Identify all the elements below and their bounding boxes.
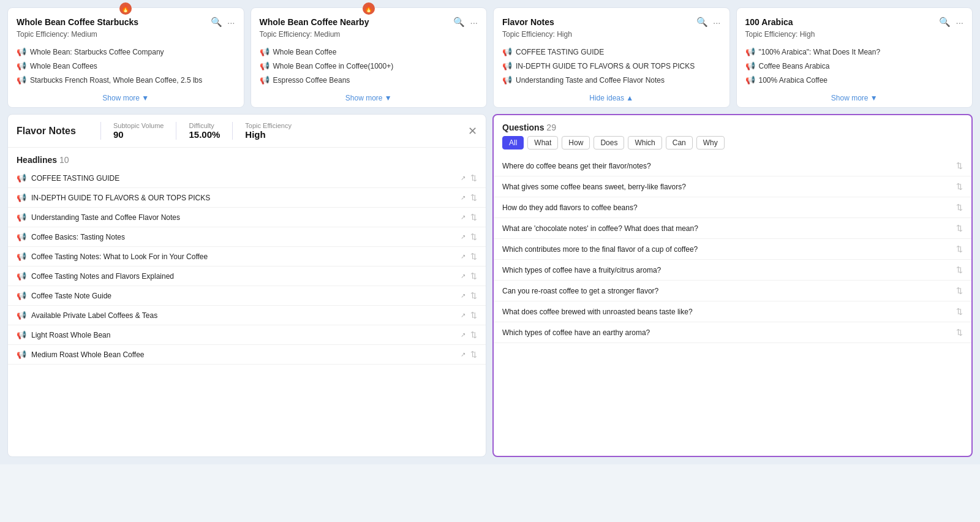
sort-icon[interactable]: ⇅ [956,286,963,295]
search-icon[interactable]: 🔍 [696,17,708,28]
sort-icon[interactable]: ⇅ [470,252,477,261]
filter-what-button[interactable]: What [527,136,558,149]
sort-icon[interactable]: ⇅ [956,328,963,337]
sort-icon[interactable]: ⇅ [956,161,963,170]
headline-text: Available Private Label Coffees & Teas [31,311,456,320]
filter-all-button[interactable]: All [502,136,524,149]
external-link-icon[interactable]: ↗ [461,253,466,260]
sort-icon[interactable]: ⇅ [470,350,477,359]
sort-icon[interactable]: ⇅ [470,173,477,183]
search-icon[interactable]: 🔍 [453,17,465,28]
question-text: What does coffee brewed with unroasted b… [502,308,951,316]
sort-icon[interactable]: ⇅ [470,232,477,241]
megaphone-icon: 📢 [17,213,26,222]
sort-icon[interactable]: ⇅ [956,265,963,274]
question-item[interactable]: Which types of coffee have a fruity/citr… [494,260,971,281]
headline-item[interactable]: 📢 Medium Roast Whole Bean Coffee ↗ ⇅ [8,345,486,365]
headline-item[interactable]: 📢 Coffee Taste Note Guide ↗ ⇅ [8,286,486,306]
filter-does-button[interactable]: Does [594,136,624,149]
external-link-icon[interactable]: ↗ [461,312,466,319]
external-link-icon[interactable]: ↗ [461,175,466,181]
headline-item[interactable]: 📢 Available Private Label Coffees & Teas… [8,306,486,325]
headline-item[interactable]: 📢 Understanding Taste and Coffee Flavor … [8,208,486,227]
bottom-section: Flavor Notes Subtopic Volume 90 Difficul… [0,108,980,464]
headline-item[interactable]: 📢 Coffee Basics: Tasting Notes ↗ ⇅ [8,227,486,247]
questions-panel: Questions 29 AllWhatHowDoesWhichCanWhy W… [492,114,973,457]
megaphone-icon: 📢 [260,75,270,85]
show-more-button[interactable]: Show more ▼ [831,94,878,102]
sort-icon[interactable]: ⇅ [956,307,963,316]
search-icon[interactable]: 🔍 [211,17,222,28]
card-item-text: 100% Arabica Coffee [759,76,828,85]
question-item[interactable]: What does coffee brewed with unroasted b… [494,301,971,322]
question-item[interactable]: Which types of coffee have an earthy aro… [494,322,971,343]
more-icon[interactable]: ··· [470,17,478,28]
headline-item[interactable]: 📢 IN-DEPTH GUIDE TO FLAVORS & OUR TOPS P… [8,188,486,208]
card-item: 📢 COFFEE TASTING GUIDE [502,45,721,59]
external-link-icon[interactable]: ↗ [461,273,466,279]
external-link-icon[interactable]: ↗ [461,214,466,221]
card-3: Flavor Notes 🔍 ··· Topic Efficiency: Hig… [493,7,730,108]
sort-icon[interactable]: ⇅ [470,291,477,300]
question-item[interactable]: Can you re-roast coffee to get a stronge… [494,281,971,301]
external-link-icon[interactable]: ↗ [461,351,466,358]
more-icon[interactable]: ··· [956,17,963,28]
sort-icon[interactable]: ⇅ [956,224,963,233]
headline-item[interactable]: 📢 Light Roast Whole Bean ↗ ⇅ [8,325,486,345]
close-button[interactable]: ✕ [468,124,477,138]
sort-icon[interactable]: ⇅ [470,330,477,339]
external-link-icon[interactable]: ↗ [461,194,466,201]
show-more-button[interactable]: Show more ▼ [345,94,392,102]
headline-item[interactable]: 📢 Coffee Tasting Notes and Flavors Expla… [8,267,486,286]
question-item[interactable]: How do they add flavors to coffee beans?… [494,197,971,218]
search-icon[interactable]: 🔍 [939,17,951,28]
megaphone-icon: 📢 [17,291,26,300]
card-item: 📢 Coffee Beans Arabica [745,59,964,73]
subtopic-volume-label: Subtopic Volume [113,122,164,129]
external-link-icon[interactable]: ↗ [461,233,466,240]
card-1: Whole Bean Coffee Starbucks 🔍 ··· Topic … [7,7,244,108]
headlines-section-header: Headlines 10 [8,148,486,168]
show-more-row: Show more ▼ [17,87,235,107]
headline-text: Coffee Taste Note Guide [31,292,456,300]
sort-icon[interactable]: ⇅ [470,193,477,202]
sort-icon[interactable]: ⇅ [956,244,963,254]
megaphone-icon: 📢 [260,61,270,70]
sort-icon[interactable]: ⇅ [470,213,477,222]
headline-item[interactable]: 📢 Coffee Tasting Notes: What to Look For… [8,247,486,267]
external-link-icon[interactable]: ↗ [461,331,466,338]
sort-icon[interactable]: ⇅ [470,311,477,320]
card-item: 📢 "100% Arabica": What Does It Mean? [745,45,964,59]
question-item[interactable]: What gives some coffee beans sweet, berr… [494,176,971,197]
filter-which-button[interactable]: Which [628,136,662,149]
sort-icon[interactable]: ⇅ [956,203,963,212]
card-wrapper-4: 100 Arabica 🔍 ··· Topic Efficiency: High… [736,7,973,108]
more-icon[interactable]: ··· [713,17,721,28]
show-more-button[interactable]: Show more ▼ [102,94,149,102]
question-list: Where do coffee beans get their flavor/n… [494,156,971,456]
filter-bar: AllWhatHowDoesWhichCanWhy [494,136,971,156]
card-item: 📢 Starbucks French Roast, Whole Bean Cof… [17,73,235,87]
question-item[interactable]: Which contributes more to the final flav… [494,239,971,260]
filter-can-button[interactable]: Can [666,136,693,149]
card-item-text: Whole Bean Coffee in Coffee(1000+) [273,62,394,70]
sort-icon[interactable]: ⇅ [470,271,477,281]
show-more-row: Show more ▼ [260,87,478,107]
card-title: Whole Bean Coffee Nearby [260,17,454,27]
card-item-text: Whole Bean: Starbucks Coffee Company [30,48,164,56]
megaphone-icon: 📢 [502,75,512,85]
difficulty-block: Difficulty 15.00% [176,122,220,140]
card-header: Whole Bean Coffee Starbucks 🔍 ··· [17,17,235,28]
external-link-icon[interactable]: ↗ [461,292,466,299]
question-item[interactable]: Where do coffee beans get their flavor/n… [494,156,971,176]
card-icons: 🔍 ··· [211,17,235,28]
question-item[interactable]: What are 'chocolate notes' in coffee? Wh… [494,218,971,239]
headline-item[interactable]: 📢 COFFEE TASTING GUIDE ↗ ⇅ [8,168,486,188]
card-efficiency: Topic Efficiency: Medium [260,30,478,39]
filter-how-button[interactable]: How [562,136,590,149]
show-more-button[interactable]: Hide ideas ▲ [589,94,633,102]
more-icon[interactable]: ··· [227,17,235,28]
panel-meta: Flavor Notes Subtopic Volume 90 Difficul… [8,115,486,148]
filter-why-button[interactable]: Why [696,136,725,149]
sort-icon[interactable]: ⇅ [956,182,963,191]
